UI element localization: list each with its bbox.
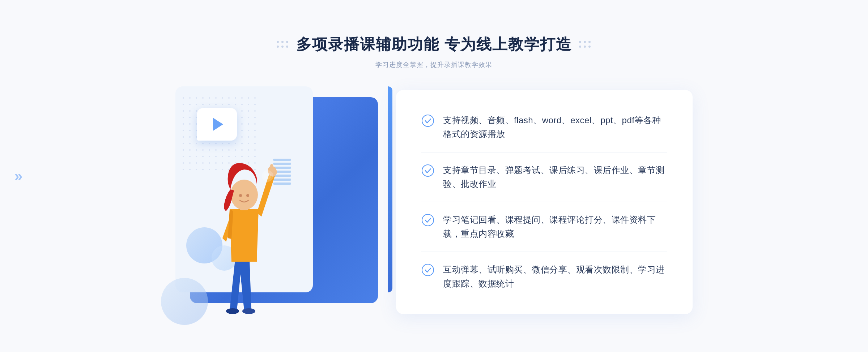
feature-item-3: 学习笔记回看、课程提问、课程评论打分、课件资料下载，重点内容收藏 bbox=[421, 213, 667, 241]
svg-point-13 bbox=[422, 264, 434, 276]
play-icon bbox=[213, 118, 223, 131]
feature-text-1: 支持视频、音频、flash、word、excel、ppt、pdf等各种格式的资源… bbox=[443, 113, 667, 141]
title-dots-left bbox=[277, 41, 289, 48]
svg-point-5 bbox=[230, 180, 258, 210]
feature-item-1: 支持视频、音频、flash、word、excel、ppt、pdf等各种格式的资源… bbox=[421, 113, 667, 141]
feature-text-3: 学习笔记回看、课程提问、课程评论打分、课件资料下载，重点内容收藏 bbox=[443, 213, 667, 241]
features-panel: 支持视频、音频、flash、word、excel、ppt、pdf等各种格式的资源… bbox=[396, 90, 693, 314]
feature-divider-3 bbox=[421, 252, 667, 252]
page-container: » 多项录播课辅助功能 专为线上教学打造 学习进度全掌握，提升录播课教学效果 bbox=[0, 0, 868, 352]
svg-point-6 bbox=[239, 194, 242, 197]
feature-divider-1 bbox=[421, 152, 667, 153]
play-bubble bbox=[197, 108, 237, 141]
check-icon-1 bbox=[421, 114, 434, 127]
main-title: 多项录播课辅助功能 专为线上教学打造 bbox=[296, 34, 572, 55]
svg-point-0 bbox=[226, 308, 239, 314]
svg-point-11 bbox=[422, 165, 434, 176]
sub-title: 学习进度全掌握，提升录播课教学效果 bbox=[277, 60, 591, 69]
svg-point-1 bbox=[242, 308, 255, 314]
title-row: 多项录播课辅助功能 专为线上教学打造 bbox=[277, 34, 591, 55]
svg-point-12 bbox=[422, 214, 434, 226]
svg-point-10 bbox=[422, 115, 434, 126]
check-icon-3 bbox=[421, 214, 434, 227]
person-illustration bbox=[197, 137, 291, 318]
left-chevron-decoration: » bbox=[14, 168, 22, 184]
illustration-area bbox=[175, 86, 385, 318]
feature-item-2: 支持章节目录、弹题考试、课后练习、课后作业、章节测验、批改作业 bbox=[421, 163, 667, 191]
check-icon-4 bbox=[421, 263, 434, 276]
main-content: 支持视频、音频、flash、word、excel、ppt、pdf等各种格式的资源… bbox=[163, 86, 705, 318]
blue-accent-bar bbox=[388, 86, 392, 292]
check-icon-2 bbox=[421, 164, 434, 177]
header-section: 多项录播课辅助功能 专为线上教学打造 学习进度全掌握，提升录播课教学效果 bbox=[277, 34, 591, 69]
feature-text-4: 互动弹幕、试听购买、微信分享、观看次数限制、学习进度跟踪、数据统计 bbox=[443, 263, 667, 291]
feature-item-4: 互动弹幕、试听购买、微信分享、观看次数限制、学习进度跟踪、数据统计 bbox=[421, 263, 667, 291]
feature-divider-2 bbox=[421, 202, 667, 202]
title-dots-right bbox=[579, 41, 591, 48]
feature-text-2: 支持章节目录、弹题考试、课后练习、课后作业、章节测验、批改作业 bbox=[443, 163, 667, 191]
svg-point-9 bbox=[264, 172, 271, 180]
svg-point-7 bbox=[246, 194, 249, 197]
